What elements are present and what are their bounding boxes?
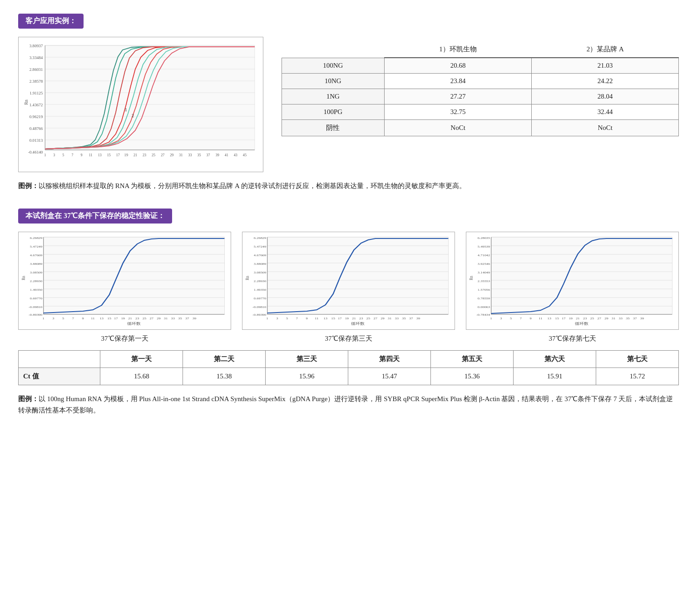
svg-text:1: 1 xyxy=(267,316,268,320)
svg-text:37: 37 xyxy=(409,316,413,320)
table-row: 100NG20.6821.03 xyxy=(282,58,679,74)
chart-day3-label: 37℃保存第三天 xyxy=(325,334,372,343)
svg-text:25: 25 xyxy=(366,316,371,320)
charts-row: 6.26829 5.47249 4.67669 3.88089 3.08509 … xyxy=(18,232,679,343)
svg-text:13: 13 xyxy=(548,316,552,320)
svg-text:37: 37 xyxy=(185,316,189,320)
svg-text:15: 15 xyxy=(555,316,559,320)
svg-text:31: 31 xyxy=(612,316,616,320)
svg-text:33: 33 xyxy=(619,316,623,320)
chart-day7-label: 37℃保存第七天 xyxy=(549,334,596,343)
stability-cell: 15.38 xyxy=(183,368,266,385)
svg-text:5: 5 xyxy=(62,153,64,157)
stability-col-header: 第三天 xyxy=(266,350,348,368)
svg-text:-0.78434: -0.78434 xyxy=(476,313,490,316)
svg-text:Rn: Rn xyxy=(469,275,474,280)
comparison-table-body: 100NG20.6821.0310NG23.8424.221NG27.2728.… xyxy=(282,58,679,136)
svg-text:21: 21 xyxy=(128,316,132,320)
svg-text:5.47249: 5.47249 xyxy=(254,244,267,248)
svg-text:3.08509: 3.08509 xyxy=(30,270,43,274)
col-header-brand-a: 2）某品牌 A xyxy=(532,41,679,58)
svg-text:0.69770: 0.69770 xyxy=(254,296,267,300)
table-cell: 23.84 xyxy=(384,74,532,89)
svg-text:1.43672: 1.43672 xyxy=(30,103,43,107)
svg-text:4.71042: 4.71042 xyxy=(478,253,490,257)
svg-text:1.91125: 1.91125 xyxy=(30,91,43,95)
svg-text:1: 1 xyxy=(125,107,127,112)
table-row: 10NG23.8424.22 xyxy=(282,74,679,89)
svg-text:29: 29 xyxy=(157,316,161,320)
section1: 客户应用实例： 3.80937 3.33484 2.860 xyxy=(18,14,679,192)
svg-text:27: 27 xyxy=(373,316,377,320)
stability-cell: 15.68 xyxy=(100,368,183,385)
svg-text:27: 27 xyxy=(149,316,153,320)
svg-text:7: 7 xyxy=(296,316,298,320)
table-row: 阴性NoCtNoCt xyxy=(282,120,679,136)
svg-text:2: 2 xyxy=(132,113,134,118)
svg-text:0.48766: 0.48766 xyxy=(30,126,43,131)
chart-day3-container: 6.26829 5.47249 4.67669 3.88089 3.08509 … xyxy=(242,232,455,330)
svg-text:3: 3 xyxy=(53,153,55,157)
section2-caption-text: 以 100ng Human RNA 为模板，用 Plus All-in-one … xyxy=(18,395,673,414)
svg-text:循环数: 循环数 xyxy=(575,321,588,325)
svg-text:37: 37 xyxy=(633,316,637,320)
table-cell: 20.68 xyxy=(384,58,532,74)
svg-text:19: 19 xyxy=(345,316,349,320)
table-cell: NoCt xyxy=(384,120,532,136)
table-cell: 100NG xyxy=(282,58,385,74)
chart-day3-wrap: 6.26829 5.47249 4.67669 3.88089 3.08509 … xyxy=(242,232,455,343)
svg-text:3: 3 xyxy=(52,316,54,320)
svg-text:1: 1 xyxy=(490,316,492,320)
svg-text:-0.46140: -0.46140 xyxy=(28,150,43,154)
svg-text:2.38578: 2.38578 xyxy=(30,79,43,84)
svg-text:7: 7 xyxy=(72,316,74,320)
svg-text:23: 23 xyxy=(143,153,146,157)
svg-text:33: 33 xyxy=(171,316,175,320)
stability-col-header: 第一天 xyxy=(100,350,183,368)
svg-text:45: 45 xyxy=(243,153,247,157)
svg-rect-49 xyxy=(44,237,225,314)
svg-text:37: 37 xyxy=(207,153,210,157)
svg-text:5.47249: 5.47249 xyxy=(30,244,43,248)
svg-text:3.88089: 3.88089 xyxy=(254,262,267,265)
svg-text:0.00063: 0.00063 xyxy=(478,305,490,308)
section2-caption-prefix: 图例： xyxy=(18,395,39,402)
svg-text:29: 29 xyxy=(381,316,385,320)
svg-text:2.28930: 2.28930 xyxy=(254,279,267,283)
svg-text:5: 5 xyxy=(286,316,288,320)
section2-caption: 图例：以 100ng Human RNA 为模板，用 Plus All-in-o… xyxy=(18,393,679,417)
svg-text:15: 15 xyxy=(107,316,111,320)
comparison-table-head: 1）环凯生物 2）某品牌 A xyxy=(282,41,679,58)
svg-text:11: 11 xyxy=(539,316,542,320)
svg-text:35: 35 xyxy=(626,316,630,320)
svg-text:15: 15 xyxy=(331,316,335,320)
chart-day7-container: 6.28035 5.49539 4.71042 3.92546 3.14049 … xyxy=(466,232,679,330)
svg-text:17: 17 xyxy=(114,316,118,320)
svg-text:3.92546: 3.92546 xyxy=(478,262,490,265)
svg-text:9: 9 xyxy=(306,316,308,320)
svg-text:25: 25 xyxy=(152,153,155,157)
svg-text:Rn: Rn xyxy=(245,275,250,280)
svg-text:29: 29 xyxy=(170,153,173,157)
svg-text:39: 39 xyxy=(416,316,420,320)
stability-cell: 15.36 xyxy=(431,368,514,385)
section1-caption-text: 以猕猴桃组织样本提取的 RNA 为模板，分别用环凯生物和某品牌 A 的逆转录试剂… xyxy=(39,182,466,189)
svg-text:6.28035: 6.28035 xyxy=(478,236,490,239)
stability-col-header: 第五天 xyxy=(431,350,514,368)
svg-text:7: 7 xyxy=(520,316,522,320)
table-cell: 10NG xyxy=(282,74,385,89)
stability-table-head: 第一天第二天第三天第四天第五天第六天第七天 xyxy=(19,350,679,368)
svg-text:4.67669: 4.67669 xyxy=(30,253,43,257)
chart-day7-svg: 6.28035 5.49539 4.71042 3.92546 3.14049 … xyxy=(468,235,677,326)
svg-text:41: 41 xyxy=(225,153,228,157)
svg-text:1: 1 xyxy=(43,316,44,320)
svg-text:13: 13 xyxy=(98,153,102,157)
comparison-table: 1）环凯生物 2）某品牌 A 100NG20.6821.0310NG23.842… xyxy=(282,41,679,136)
svg-text:0.69770: 0.69770 xyxy=(30,296,43,300)
svg-text:17: 17 xyxy=(338,316,342,320)
svg-text:5.49539: 5.49539 xyxy=(478,244,490,248)
svg-text:0.78559: 0.78559 xyxy=(478,296,490,300)
svg-text:2.28930: 2.28930 xyxy=(30,279,43,283)
svg-text:19: 19 xyxy=(569,316,573,320)
svg-text:1: 1 xyxy=(44,153,46,157)
